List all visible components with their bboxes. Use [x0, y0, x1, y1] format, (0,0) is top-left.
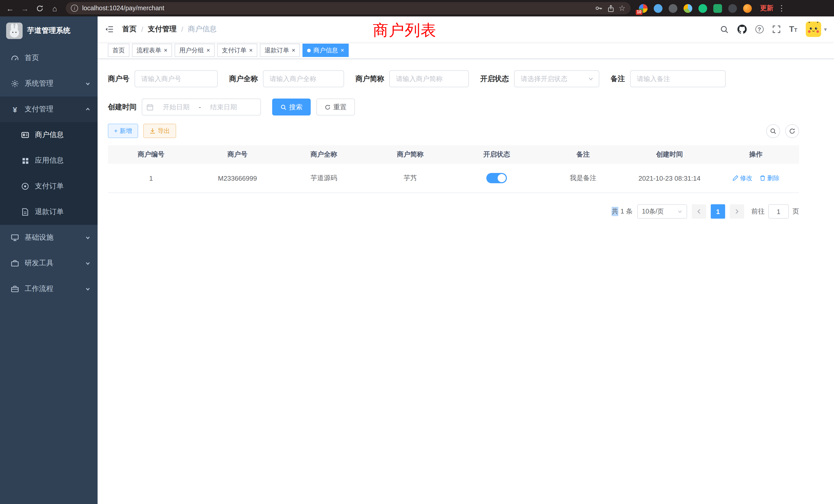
sidebar-item-label: 研发工具	[25, 259, 53, 268]
close-icon[interactable]: ×	[206, 47, 210, 53]
profile-avatar[interactable]	[743, 4, 752, 13]
font-size-icon[interactable]: TT	[789, 25, 797, 34]
extension-icon[interactable]	[713, 4, 722, 13]
close-icon[interactable]: ×	[164, 47, 168, 53]
short-name-input[interactable]	[389, 70, 469, 87]
help-icon[interactable]: ?	[755, 25, 763, 33]
status-select[interactable]: 请选择开启状态	[514, 70, 599, 87]
pagination-total-rest: 1 条	[620, 207, 633, 216]
site-info-icon[interactable]: i	[71, 5, 78, 12]
extension-icon[interactable]	[654, 4, 662, 13]
extension-icon[interactable]	[728, 4, 737, 13]
tab-process-form[interactable]: 流程表单 ×	[132, 44, 172, 57]
github-icon[interactable]	[737, 25, 746, 34]
tab-home[interactable]: 首页	[108, 44, 129, 57]
search-button[interactable]: 搜索	[272, 98, 311, 115]
user-menu[interactable]: ▾	[806, 22, 827, 37]
next-page-button[interactable]	[730, 204, 744, 219]
extension-icon[interactable]	[668, 4, 677, 13]
cell-merchant-no: M233666999	[194, 174, 281, 182]
full-name-input-field[interactable]	[270, 75, 337, 83]
column-header: 开启状态	[454, 150, 540, 159]
breadcrumb-separator: /	[181, 25, 183, 33]
app-logo[interactable]: 芋道管理系统	[0, 17, 97, 45]
bookmark-star-icon[interactable]: ☆	[619, 4, 626, 13]
back-icon[interactable]: ←	[3, 1, 17, 15]
home-icon[interactable]: ⌂	[48, 1, 62, 15]
browser-update-button[interactable]: 更新	[760, 4, 773, 13]
reload-icon[interactable]	[33, 1, 47, 15]
search-icon[interactable]	[720, 25, 728, 33]
tab-user-group[interactable]: 用户分组 ×	[175, 44, 215, 57]
close-icon[interactable]: ×	[341, 47, 344, 53]
yen-icon: ¥	[10, 105, 20, 114]
extension-icon[interactable]	[683, 4, 692, 13]
fullscreen-icon[interactable]	[772, 25, 780, 33]
goto-page-input[interactable]	[768, 204, 789, 219]
sidebar-item-payment[interactable]: ¥ 支付管理	[0, 96, 97, 122]
chevron-down-icon	[85, 81, 90, 86]
browser-menu-icon[interactable]: ⋮	[777, 4, 786, 13]
remark-input[interactable]	[630, 70, 726, 87]
breadcrumb-home[interactable]: 首页	[122, 25, 137, 34]
short-name-input-field[interactable]	[396, 75, 462, 83]
tab-pay-orders[interactable]: 支付订单 ×	[217, 44, 257, 57]
password-key-icon[interactable]	[594, 4, 602, 12]
cell-status	[454, 173, 540, 183]
user-avatar	[806, 22, 821, 37]
merchant-no-input[interactable]	[135, 70, 218, 87]
close-icon[interactable]: ×	[292, 47, 295, 53]
plus-icon: +	[114, 127, 117, 135]
filter-short-name: 商户简称	[355, 70, 469, 87]
export-button[interactable]: 导出	[143, 124, 176, 138]
filter-row-2: 创建时间 - 搜索 重置	[108, 98, 799, 115]
field-label: 开启状态	[480, 74, 509, 84]
sidebar-item-label: 应用信息	[35, 156, 64, 165]
prev-page-button[interactable]	[692, 204, 706, 219]
sidebar-item-refund-orders[interactable]: 退款订单	[0, 199, 97, 225]
sidebar-item-merchant-info[interactable]: 商户信息	[0, 122, 97, 148]
sidebar-item-app-info[interactable]: 应用信息	[0, 148, 97, 174]
edit-button[interactable]: 修改	[732, 174, 752, 182]
date-end-input[interactable]	[204, 103, 243, 111]
reset-button[interactable]: 重置	[316, 98, 355, 115]
sidebar-item-home[interactable]: 首页	[0, 45, 97, 71]
sidebar-toggle-icon[interactable]	[105, 25, 114, 33]
status-toggle[interactable]	[486, 173, 507, 183]
page-size-select[interactable]: 10条/页	[637, 204, 687, 219]
edit-button-label: 修改	[740, 174, 752, 182]
extension-icon[interactable]	[698, 4, 707, 13]
merchant-no-input-field[interactable]	[141, 75, 211, 83]
sidebar-item-pay-orders[interactable]: 支付订单	[0, 174, 97, 199]
delete-button[interactable]: 删除	[760, 174, 780, 182]
share-icon[interactable]	[607, 4, 614, 12]
sidebar-item-workflow[interactable]: 工作流程	[0, 276, 97, 302]
extension-icon[interactable]: 10	[639, 4, 648, 13]
page-number-button[interactable]: 1	[711, 204, 725, 219]
pagination-total: 共 1 条	[612, 207, 633, 216]
tab-merchant-info[interactable]: 商户信息 ×	[303, 44, 349, 57]
main-area: 首页 / 支付管理 / 商户信息 商户列表 ? TT	[97, 17, 834, 504]
remark-input-field[interactable]	[637, 75, 719, 83]
cell-remark: 我是备注	[540, 174, 627, 183]
forward-icon[interactable]: →	[18, 1, 32, 15]
close-icon[interactable]: ×	[249, 47, 253, 53]
id-card-icon	[21, 131, 30, 139]
toggle-search-button[interactable]	[766, 124, 780, 138]
add-button[interactable]: + 新增	[108, 124, 138, 138]
breadcrumb-section[interactable]: 支付管理	[148, 25, 177, 34]
sidebar-item-infrastructure[interactable]: 基础设施	[0, 225, 97, 250]
refresh-table-button[interactable]	[785, 124, 799, 138]
sidebar-item-system[interactable]: 系统管理	[0, 71, 97, 96]
cell-full-name: 芋道源码	[281, 174, 367, 183]
date-range-picker[interactable]: -	[142, 98, 261, 115]
sidebar-item-label: 基础设施	[25, 233, 53, 242]
tab-refund-orders[interactable]: 退款订单 ×	[260, 44, 300, 57]
sidebar-item-dev-tools[interactable]: 研发工具	[0, 250, 97, 276]
date-start-input[interactable]	[157, 103, 196, 111]
chevron-left-icon	[696, 208, 702, 214]
address-bar[interactable]: i localhost:1024/pay/merchant ☆	[66, 2, 631, 14]
logo-image	[6, 23, 23, 39]
column-header: 商户全称	[281, 150, 367, 159]
full-name-input[interactable]	[263, 70, 344, 87]
